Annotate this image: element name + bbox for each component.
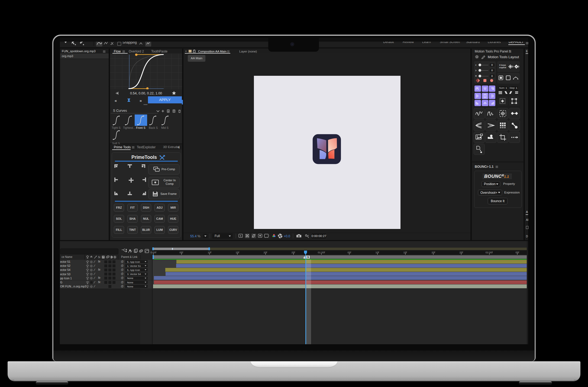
svg-text:fx: fx <box>98 255 101 259</box>
